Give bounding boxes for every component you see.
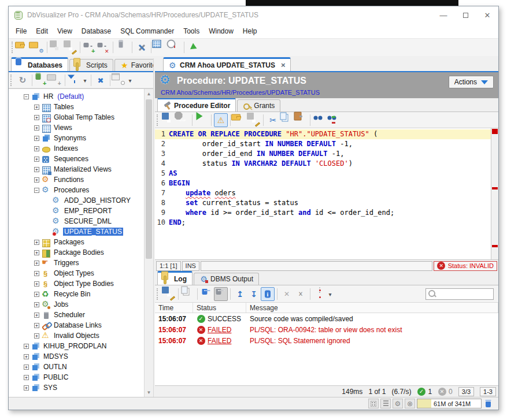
menu-item-view[interactable]: View [53,25,77,37]
tree-item-object-types[interactable]: +Object Types [9,268,144,278]
disconnect-icon[interactable] [97,40,110,54]
tree-item-scheduler[interactable]: +Scheduler [9,310,144,320]
scroll-thumb[interactable] [146,99,152,259]
tree-item-jobs[interactable]: +Jobs [9,299,144,310]
column-markers-icon[interactable] [313,287,327,301]
tree-expander[interactable]: + [34,313,39,318]
trash-blue-icon[interactable] [200,287,214,301]
tree-item-secure-dml[interactable]: SECURE_DML [9,216,144,226]
info-icon[interactable] [261,287,275,301]
tree-expander[interactable]: + [34,136,39,141]
menu-item-file[interactable]: File [11,25,31,37]
folder-gear-icon[interactable] [31,40,45,54]
tree-item-materialized-views[interactable]: +Materialized Views [9,164,144,174]
run-pointer-icon[interactable] [187,40,201,54]
tree-item-procedures[interactable]: −Procedures [9,185,144,195]
filter-icon[interactable] [68,73,82,87]
tree-expander[interactable]: + [24,365,29,370]
tree-toolbar-grip[interactable] [10,75,14,86]
collapse-icon[interactable] [294,287,308,301]
scroll-down-button[interactable]: ▼ [145,388,153,397]
copy-icon[interactable] [181,287,195,301]
tree-expander[interactable]: + [34,302,39,307]
garbage-collect-button[interactable] [483,399,495,409]
table-grid-icon[interactable] [154,40,168,54]
minimize-button[interactable]: — [432,6,454,24]
log-toolbar-grip[interactable] [157,288,160,300]
tree-expander[interactable]: + [34,146,39,151]
dropdown-icon[interactable] [327,287,334,301]
error-marker[interactable] [492,187,498,189]
tree-expander[interactable]: + [34,240,39,245]
dropdown-icon[interactable] [82,73,88,87]
scroll-track[interactable] [145,98,153,388]
tab-databases[interactable]: Databases [11,57,68,71]
tab-procedure-editor[interactable]: Procedure Editor [157,98,236,111]
tree-expander[interactable]: + [34,333,39,339]
tree-item-global-temp-tables[interactable]: +Global Temp Tables [9,112,144,122]
tree-item-tables[interactable]: +Tables [9,102,144,112]
tree-expander[interactable]: + [24,375,29,380]
tree-item-package-bodies[interactable]: +Package Bodies [9,247,144,258]
tree-expander[interactable]: + [24,385,29,391]
log-status-label[interactable]: FAILED [208,326,231,334]
menu-item-database[interactable]: Database [77,25,116,37]
tree-expander[interactable]: + [34,323,39,328]
tree-expander[interactable]: + [34,281,39,287]
tree-expander[interactable]: − [24,94,29,99]
database-tree[interactable]: −HR(Default)+Tables+Global Temp Tables+V… [9,89,144,397]
dropdown-icon[interactable] [127,73,134,87]
scroll-top-icon[interactable] [233,287,247,301]
scroll-up-button[interactable]: ▲ [145,89,153,98]
tree-item-sys[interactable]: +SYS [9,382,144,393]
expand-icon[interactable] [280,287,294,301]
tree-item-triggers[interactable]: +Triggers [9,258,144,268]
menu-item-sql-commander[interactable]: SQL Commander [116,25,179,37]
monitor-icon[interactable] [168,40,182,54]
tree-item-synonyms[interactable]: +Synonyms [9,133,144,143]
menu-item-window[interactable]: Window [204,25,238,37]
folder-open-icon[interactable] [233,113,247,127]
tree-expander[interactable]: + [34,261,39,266]
tree-expander[interactable]: + [24,344,29,349]
tree-item-functions[interactable]: +Functions [9,174,144,185]
actions-button[interactable]: Actions [449,76,494,88]
tree-item-emp-report[interactable]: EMP_REPORT [9,206,144,216]
editor-toolbar-grip[interactable] [157,114,160,126]
log-search-input[interactable] [438,290,491,298]
tree-expander[interactable]: + [34,105,39,110]
tree-expander[interactable]: + [34,271,39,276]
tree-item-invalid-objects[interactable]: +Invalid Objects [9,330,144,341]
folder-add-icon[interactable] [49,73,62,87]
tab-scripts[interactable]: Scripts [69,59,113,71]
paste-icon[interactable] [294,113,308,127]
tree-expander[interactable]: − [34,188,39,193]
tree-expander[interactable]: + [34,167,39,172]
tab-crm-ahoa-update-status[interactable]: CRM Ahoa UPDATE_STATUS × [163,57,291,71]
log-status-label[interactable]: FAILED [208,337,231,345]
tree-item-sequences[interactable]: +Sequences [9,154,144,164]
tree-item-update-status[interactable]: UPDATE_STATUS [9,226,144,237]
close-button[interactable]: ✕ [476,6,498,24]
refresh-icon[interactable] [16,73,29,87]
collapse-all-icon[interactable] [94,73,108,87]
menu-item-edit[interactable]: Edit [31,25,53,37]
cut-icon[interactable] [266,113,280,127]
tree-item-indexes[interactable]: +Indexes [9,143,144,154]
tree-expander[interactable]: + [34,177,39,183]
tree-expander[interactable]: + [34,292,39,297]
tree-item-object-type-bodies[interactable]: +Object Type Bodies [9,278,144,289]
tools-icon[interactable] [135,40,149,54]
log-row[interactable]: 15:06:07FAILEDPL/SQL: SQL Statement igno… [155,335,498,346]
save-icon[interactable] [50,40,64,54]
tab-grants[interactable]: Grants [237,99,280,111]
tree-item-packages[interactable]: +Packages [9,237,144,247]
tree-item-recycle-bin[interactable]: +Recycle Bin [9,289,144,299]
error-marker[interactable] [492,129,498,134]
log-column-message[interactable]: Message [246,303,498,313]
sql-editor[interactable]: 1CREATE OR REPLACE PROCEDURE "HR"."UPDAT… [155,128,498,260]
tree-expander[interactable]: + [34,157,39,162]
tree-item-views[interactable]: +Views [9,122,144,133]
log-save-icon[interactable] [162,287,176,301]
tab-log[interactable]: Log [157,271,193,285]
